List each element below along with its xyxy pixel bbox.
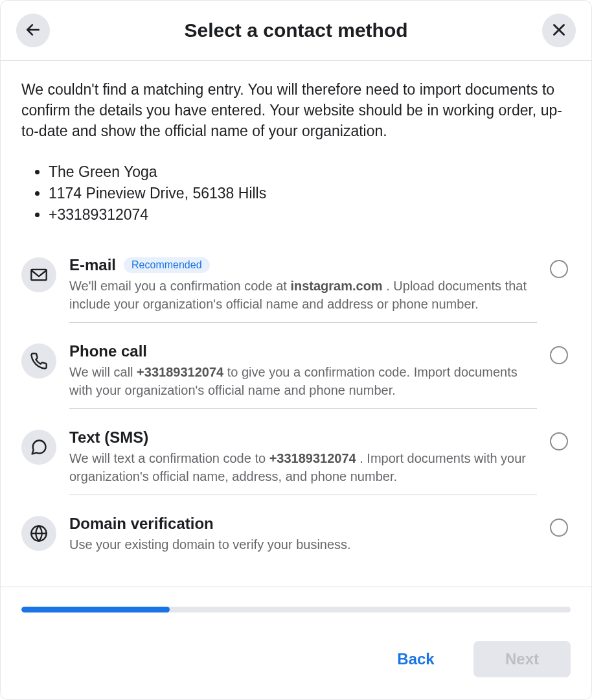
modal-footer: Back Next [1,587,591,699]
option-domain-title: Domain verification [69,515,214,533]
arrow-left-icon [25,21,41,40]
option-domain-radio[interactable] [550,519,568,537]
contact-method-modal: Select a contact method We couldn't find… [0,0,592,700]
close-icon [551,21,567,40]
progress-bar [21,607,571,612]
option-phone-title: Phone call [69,342,147,360]
option-phone[interactable]: Phone call We will call +33189312074 to … [21,332,571,418]
next-button[interactable]: Next [473,641,571,677]
close-button[interactable] [542,14,576,47]
back-button[interactable]: Back [367,641,464,677]
option-email-title: E-mail [69,256,116,274]
option-email-radio[interactable] [550,260,568,278]
modal-header: Select a contact method [1,1,591,61]
back-icon-button[interactable] [16,14,50,47]
option-sms[interactable]: Text (SMS) We will text a confirmation c… [21,418,571,504]
phone-icon [21,344,56,379]
option-phone-desc: We will call +33189312074 to give you a … [69,363,537,399]
option-domain-desc: Use your existing domain to verify your … [69,535,537,554]
option-phone-radio[interactable] [550,346,568,364]
option-sms-radio[interactable] [550,432,568,450]
svg-rect-3 [31,269,46,279]
recommended-badge: Recommended [124,257,210,273]
modal-title: Select a contact method [50,19,542,41]
globe-icon [21,516,56,551]
chat-icon [21,430,56,465]
option-domain[interactable]: Domain verification Use your existing do… [21,504,571,563]
option-email[interactable]: E-mail Recommended We'll email you a con… [21,246,571,332]
intro-text: We couldn't find a matching entry. You w… [21,79,571,142]
option-email-desc: We'll email you a confirmation code at i… [69,277,537,313]
detail-address: 1174 Pineview Drive, 56138 Hills [49,183,571,204]
business-details-list: The Green Yoga 1174 Pineview Drive, 5613… [21,161,571,226]
detail-phone: +33189312074 [49,204,571,226]
options-list: E-mail Recommended We'll email you a con… [21,246,571,563]
option-sms-title: Text (SMS) [69,428,148,447]
detail-name: The Green Yoga [49,161,571,183]
option-sms-desc: We will text a confirmation code to +331… [69,449,537,485]
progress-fill [21,607,170,612]
mail-icon [21,257,56,292]
modal-body: We couldn't find a matching entry. You w… [1,61,591,587]
